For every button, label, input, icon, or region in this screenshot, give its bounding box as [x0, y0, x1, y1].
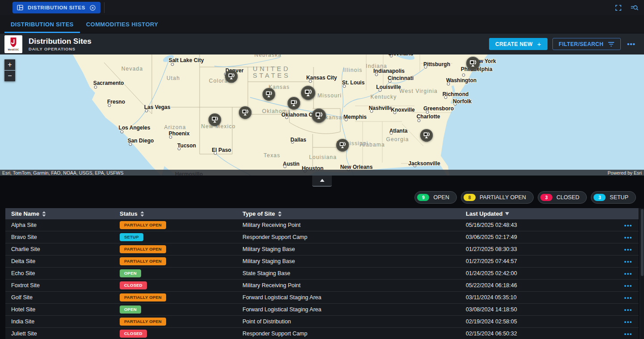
legend-pill-partially-open[interactable]: 8PARTIALLY OPEN	[461, 191, 534, 204]
region-label: West Virginia	[399, 88, 438, 94]
site-marker-icon[interactable]	[301, 85, 316, 102]
row-actions-menu[interactable]: •••	[619, 331, 639, 337]
site-marker-icon[interactable]	[287, 96, 301, 112]
status-cell: OPEN	[114, 269, 237, 277]
window-tab-distribution-sites[interactable]: DISTRIBUTION SITES	[13, 2, 100, 13]
row-actions-menu[interactable]: •••	[619, 282, 639, 289]
site-name-cell: Charlie Site	[5, 246, 114, 252]
fullscreen-icon[interactable]	[615, 4, 622, 12]
region-label: Alabama	[360, 142, 385, 148]
site-type-cell: State Staging Base	[237, 270, 460, 276]
row-actions-menu[interactable]: •••	[619, 306, 639, 313]
site-type-cell: Responder Support Camp	[237, 331, 460, 337]
region-label: Georgia	[386, 136, 409, 142]
table-row[interactable]: India SitePARTIALLY OPENPoint of Distrib…	[5, 316, 639, 328]
collapse-map-button[interactable]	[312, 176, 332, 187]
city-label: Dallas	[290, 137, 306, 143]
tab-distribution-sites-label: DISTRIBUTION SITES	[11, 21, 74, 28]
zoom-in-button[interactable]: +	[4, 59, 15, 70]
last-updated-cell: 01/27/2025 08:30:33	[460, 246, 619, 252]
scrollbar-thumb[interactable]	[641, 209, 644, 276]
table-row[interactable]: Echo SiteOPENState Staging Base01/24/202…	[5, 268, 639, 280]
city-label: Salt Lake City	[169, 57, 204, 63]
plus-icon: +	[537, 40, 541, 48]
site-type-cell: Military Receiving Point	[237, 222, 460, 228]
site-marker-icon[interactable]	[420, 129, 433, 144]
row-actions-menu[interactable]: •••	[619, 270, 639, 277]
row-actions-menu[interactable]: •••	[619, 246, 639, 253]
legend-count-badge: 9	[417, 194, 429, 201]
column-header-last-updated[interactable]: Last Updated	[460, 210, 619, 217]
region-label: Illinois	[343, 67, 363, 73]
status-cell: CLOSED	[114, 330, 237, 338]
table-row[interactable]: Bravo SiteSETUPResponder Support Camp03/…	[5, 231, 639, 243]
table-row[interactable]: Hotel SiteOPENForward Logistical Staging…	[5, 304, 639, 316]
city-label: Fresno	[107, 99, 125, 105]
region-label: Oklahoma	[262, 108, 291, 114]
site-marker-icon[interactable]	[466, 56, 480, 72]
column-header-label: Last Updated	[466, 210, 502, 217]
header-overflow-menu[interactable]: •••	[626, 40, 637, 48]
table-row[interactable]: Golf SitePARTIALLY OPENForward Logistica…	[5, 292, 639, 304]
site-type-cell: Military Staging Base	[237, 246, 460, 252]
status-cell: PARTIALLY OPEN	[114, 221, 237, 229]
column-header-site-name[interactable]: Site Name	[5, 210, 114, 217]
city-label: New Orleans	[340, 164, 373, 170]
status-cell: SETUP	[114, 233, 237, 241]
sort-both-icon	[42, 211, 46, 217]
city-label: Kansas City	[306, 75, 337, 81]
column-header-label: Site Name	[11, 210, 39, 217]
region-label: Louisiana	[309, 154, 337, 160]
row-actions-menu[interactable]: •••	[619, 318, 639, 325]
window-tab-label: DISTRIBUTION SITES	[28, 5, 85, 10]
site-marker-icon[interactable]	[311, 108, 326, 125]
legend-pill-closed[interactable]: 3CLOSED	[538, 191, 587, 204]
city-label: Norfolk	[453, 98, 472, 105]
status-badge: SETUP	[120, 233, 143, 241]
us-map[interactable]: Salt Lake CitySacramentoFresnoLas VegasL…	[0, 54, 644, 176]
table-scrollbar[interactable]	[640, 208, 644, 339]
legend-count-badge: 8	[464, 194, 476, 201]
legend-pill-label: OPEN	[433, 194, 449, 201]
row-actions-menu[interactable]: •••	[619, 222, 639, 229]
legend-pill-label: SETUP	[610, 194, 628, 201]
table-row[interactable]: Juliett SiteCLOSEDResponder Support Camp…	[5, 328, 639, 339]
site-marker-icon[interactable]	[225, 70, 238, 85]
filter-search-button[interactable]: FILTER/SEARCH	[552, 38, 621, 50]
site-marker-icon[interactable]	[238, 106, 252, 121]
site-name-cell: Hotel Site	[5, 306, 114, 313]
site-marker-icon[interactable]	[262, 88, 276, 103]
table-row[interactable]: Delta SitePARTIALLY OPENMilitary Staging…	[5, 255, 639, 268]
city-label: Nashville	[369, 105, 393, 111]
status-badge: PARTIALLY OPEN	[120, 245, 166, 253]
zoom-out-button[interactable]: −	[4, 71, 15, 81]
table-row[interactable]: Foxtrot SiteCLOSEDMilitary Receiving Poi…	[5, 280, 639, 292]
region-label: Arizona	[164, 124, 186, 130]
row-actions-menu[interactable]: •••	[619, 258, 639, 265]
attribution-powered-by: Powered by Esri	[608, 170, 642, 176]
tab-commodities-history[interactable]: COMMODITIES HISTORY	[80, 15, 164, 33]
legend-pill-setup[interactable]: 3SETUP	[591, 191, 636, 204]
last-updated-cell: 05/22/2024 06:18:46	[460, 282, 619, 289]
status-legend: 9OPEN8PARTIALLY OPEN3CLOSED3SETUP	[0, 189, 644, 205]
last-updated-cell: 01/27/2025 07:44:57	[460, 258, 619, 264]
row-actions-menu[interactable]: •••	[619, 294, 639, 301]
site-marker-icon[interactable]	[336, 138, 349, 154]
row-actions-menu[interactable]: •••	[619, 234, 639, 241]
table-row[interactable]: Charlie SitePARTIALLY OPENMilitary Stagi…	[5, 243, 639, 255]
city-dot	[462, 74, 465, 77]
search-list-icon[interactable]	[630, 4, 639, 12]
column-header-status[interactable]: Status	[114, 210, 237, 217]
close-icon[interactable]	[89, 4, 96, 11]
table-row[interactable]: Alpha SitePARTIALLY OPENMilitary Receivi…	[5, 219, 639, 231]
column-header-type-of-site[interactable]: Type of Site	[237, 210, 460, 217]
city-label: Greensboro	[423, 105, 454, 112]
site-marker-icon[interactable]	[208, 113, 222, 128]
legend-pill-open[interactable]: 9OPEN	[414, 191, 456, 204]
last-updated-cell: 05/16/2025 02:48:43	[460, 222, 619, 228]
create-new-button[interactable]: CREATE NEW +	[489, 38, 548, 50]
tab-distribution-sites[interactable]: DISTRIBUTION SITES	[4, 15, 80, 33]
site-name-cell: Juliett Site	[5, 331, 114, 337]
city-label: Memphis	[343, 114, 367, 120]
status-badge: OPEN	[120, 306, 141, 314]
